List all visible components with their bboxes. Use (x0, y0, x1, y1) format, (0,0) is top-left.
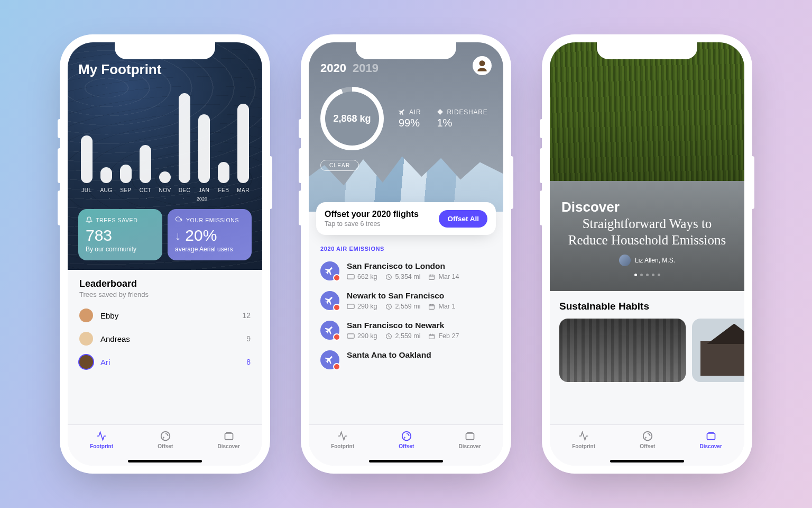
bar-label: FEB (218, 187, 229, 193)
tab-footprint[interactable]: Footprint (572, 430, 595, 449)
year-tabs: 2020 2019 (320, 57, 492, 75)
offset-card[interactable]: Offset your 2020 flights Tap to save 6 t… (316, 202, 496, 235)
flight-co2: 290 kg (357, 332, 377, 340)
leaderboard-title: Leaderboard (79, 278, 251, 289)
footprint-bar-chart: JULAUGSEPOCTNOVDECJANFEBMAR (78, 87, 252, 193)
tab-footprint[interactable]: Footprint (90, 430, 113, 449)
calendar-icon (428, 303, 436, 310)
flight-row[interactable]: San Francisco to London662 kg5,354 miMar… (309, 256, 503, 286)
chart-tick: 2020 (195, 196, 209, 202)
leaderboard-count: 9 (246, 334, 251, 343)
discover-icon (704, 430, 718, 442)
svg-rect-6 (347, 304, 354, 309)
diamond-icon (437, 108, 444, 115)
bar-jul[interactable]: JUL (79, 135, 94, 193)
trees-saved-card[interactable]: TREES SAVED 783 By our community (78, 209, 162, 260)
co2-icon (347, 274, 355, 280)
bar-label: OCT (140, 187, 152, 193)
activity-icon (577, 430, 590, 442)
bar (81, 135, 93, 183)
flight-route: San Francisco to London (347, 261, 492, 271)
bar (198, 114, 210, 183)
bar-sep[interactable]: SEP (118, 165, 133, 193)
bar-feb[interactable]: FEB (216, 162, 231, 193)
flight-row[interactable]: Santa Ana to Oakland (309, 345, 503, 375)
habits-title: Sustainable Habits (559, 301, 735, 312)
discover-icon (463, 430, 477, 442)
breakdown-label: AIR (409, 108, 421, 116)
bar-nov[interactable]: NOV (158, 171, 172, 193)
phone-discover: Discover Straightforward Ways to Reduce … (542, 34, 752, 474)
flight-route: Santa Ana to Oakland (347, 350, 492, 360)
svg-point-14 (643, 432, 652, 441)
chart-tick: · (139, 196, 154, 202)
habit-card-warehouse[interactable] (559, 319, 686, 382)
bar-label: JUL (81, 187, 91, 193)
bar-label: JAN (199, 187, 209, 193)
card-label: YOUR EMISSIONS (186, 217, 239, 223)
tab-discover[interactable]: Discover (218, 430, 240, 449)
tab-discover[interactable]: Discover (459, 430, 481, 449)
year-tab-other[interactable]: 2019 (353, 61, 379, 75)
chart-tick: · (232, 196, 246, 202)
chart-tick: · (102, 196, 117, 202)
plane-icon (320, 261, 339, 280)
bar (140, 145, 151, 183)
tab-discover[interactable]: Discover (700, 430, 722, 449)
bar-jan[interactable]: JAN (197, 114, 211, 193)
bar-dec[interactable]: DEC (177, 93, 192, 193)
co2-icon (347, 333, 355, 340)
page-title: My Footprint (78, 61, 252, 78)
avatar (619, 255, 631, 266)
habits-section: Sustainable Habits (550, 291, 744, 382)
breakdown-rideshare[interactable]: RIDESHARE1% (437, 108, 487, 129)
card-value: ↓ 20% (175, 226, 244, 244)
arrow-down-icon: ↓ (175, 229, 181, 242)
bar (237, 104, 249, 183)
leaderboard-row[interactable]: Andreas9 (79, 327, 251, 350)
pager-dots[interactable] (564, 274, 731, 276)
chart-tick: · (84, 196, 98, 202)
plane-icon (320, 321, 339, 340)
offset-all-button[interactable]: Offset All (439, 210, 487, 228)
bar-label: NOV (159, 187, 171, 193)
clear-button[interactable]: CLEAR (320, 160, 359, 171)
author-name: Liz Allen, M.S. (635, 257, 675, 264)
bar-aug[interactable]: AUG (99, 167, 114, 193)
calendar-icon (428, 333, 436, 340)
svg-point-12 (402, 432, 411, 441)
co2-icon (347, 303, 355, 310)
leaderboard-name: Andreas (100, 334, 246, 343)
flight-date: Mar 1 (438, 303, 455, 310)
plane-icon (399, 108, 406, 116)
section-label: 2020 AIR EMISSIONS (309, 235, 503, 256)
tab-footprint[interactable]: Footprint (331, 430, 354, 449)
year-tab-active[interactable]: 2020 (320, 61, 346, 75)
tab-offset[interactable]: Offset (399, 430, 414, 449)
flight-distance: 2,559 mi (395, 332, 421, 340)
emissions-card[interactable]: YOUR EMISSIONS ↓ 20% average Aerial user… (168, 209, 252, 260)
flight-row[interactable]: San Francisco to Newark290 kg2,559 miFeb… (309, 315, 503, 345)
svg-rect-3 (347, 275, 354, 279)
bar-label: DEC (179, 187, 191, 193)
leaderboard-subtitle: Trees saved by friends (79, 291, 251, 298)
offset-icon (641, 430, 654, 442)
card-sub: average Aerial users (175, 246, 244, 253)
svg-rect-1 (225, 433, 233, 440)
flight-row[interactable]: Newark to San Francisco290 kg2,559 miMar… (309, 286, 503, 315)
bar (159, 171, 171, 183)
bar-oct[interactable]: OCT (138, 145, 153, 193)
avatar[interactable] (473, 56, 492, 75)
tab-offset[interactable]: Offset (640, 430, 655, 449)
leaderboard-row[interactable]: Ari8 (79, 350, 251, 374)
habit-card-house[interactable] (692, 319, 744, 382)
leaderboard-row[interactable]: Ebby12 (79, 304, 251, 327)
calendar-icon (428, 274, 436, 280)
discover-hero[interactable]: Discover Straightforward Ways to Reduce … (550, 42, 744, 291)
footprint-hero: My Footprint JULAUGSEPOCTNOVDECJANFEBMAR… (68, 42, 262, 270)
flight-co2: 290 kg (357, 303, 377, 310)
breakdown-air[interactable]: AIR99% (399, 108, 421, 129)
flight-route: Newark to San Francisco (347, 291, 492, 301)
tab-offset[interactable]: Offset (158, 430, 173, 449)
bar-mar[interactable]: MAR (236, 104, 251, 193)
